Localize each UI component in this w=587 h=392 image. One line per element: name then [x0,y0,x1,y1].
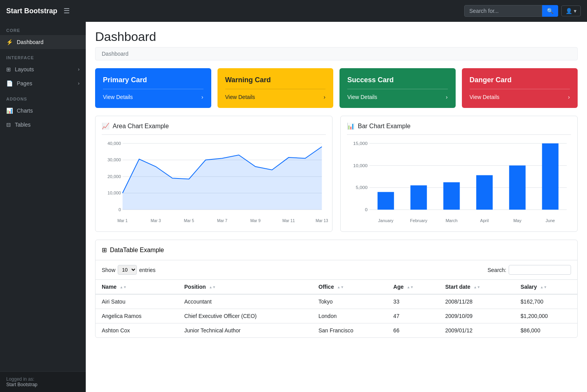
topnav-right: 🔍 👤 ▾ [464,5,581,17]
cell-salary: $1,200,000 [515,309,577,323]
cell-office: San Francisco [312,323,387,338]
table-row: Airi SatouAccountantTokyo332008/11/28$16… [95,294,577,309]
brand-name: Start Bootstrap [6,7,57,15]
sidebar-item-charts-label: Charts [17,108,33,114]
sort-icon-salary[interactable]: ▲▼ [540,286,547,289]
svg-text:Mar 13: Mar 13 [316,219,328,223]
entries-select[interactable]: 10 25 50 [118,265,137,275]
data-table: Name ▲▼ Position ▲▼ Office ▲▼ Age [95,279,577,337]
svg-text:March: March [446,219,458,223]
cards-row: Primary Card View Details › Warning Card… [86,68,587,116]
card-danger-title: Danger Card [470,76,570,84]
page-title: Dashboard [95,30,578,44]
cell-start: 2009/10/09 [439,309,514,323]
svg-text:Mar 7: Mar 7 [217,219,228,223]
sidebar-item-dashboard[interactable]: ⚡ Dashboard [0,35,86,49]
page-header: Dashboard [86,22,587,47]
cell-position: Accountant [178,294,312,309]
card-success-title: Success Card [347,76,448,84]
svg-text:20,000: 20,000 [108,174,121,179]
sidebar-section-interface-label: INTERFACE [0,49,86,62]
svg-rect-29 [443,182,460,210]
cell-age: 66 [387,323,439,338]
layouts-icon: ⊞ [6,66,11,72]
chevron-right-icon: › [78,67,80,72]
table-body: Airi SatouAccountantTokyo332008/11/28$16… [95,294,577,337]
cell-name: Airi Satou [95,294,178,309]
card-primary-link[interactable]: View Details › [103,94,203,100]
cell-position: Chief Executive Officer (CEO) [178,309,312,323]
charts-icon: 📊 [6,108,13,114]
svg-text:February: February [410,219,428,223]
sidebar-item-layouts[interactable]: ⊞ Layouts › [0,62,86,76]
bar-chart-icon: 📊 [347,122,355,130]
sort-icon-name[interactable]: ▲▼ [120,286,127,289]
svg-text:Mar 9: Mar 9 [250,219,261,223]
table-header-row: Name ▲▼ Position ▲▼ Office ▲▼ Age [95,280,577,295]
show-entries: Show 10 25 50 entries [102,265,156,275]
card-success-link[interactable]: View Details › [347,94,448,100]
topnav: Start Bootstrap ☰ 🔍 👤 ▾ [0,0,587,22]
sidebar-item-charts[interactable]: 📊 Charts [0,104,86,118]
cell-position: Junior Technical Author [178,323,312,338]
cell-start: 2009/01/12 [439,323,514,338]
card-warning: Warning Card View Details › [217,68,334,108]
table-search-input[interactable] [509,265,571,275]
breadcrumb: Dashboard [95,47,578,60]
sidebar-item-dashboard-label: Dashboard [17,39,44,45]
card-success: Success Card View Details › [339,68,456,108]
area-chart-card: 📈 Area Chart Example 010,00020,00030,000… [95,116,332,232]
cell-age: 33 [387,294,439,309]
cell-name: Ashton Cox [95,323,178,338]
svg-text:Mar 11: Mar 11 [283,219,295,223]
sort-icon-position[interactable]: ▲▼ [209,286,216,289]
cell-salary: $86,000 [515,323,577,338]
svg-text:April: April [480,219,489,223]
cell-office: Tokyo [312,294,387,309]
topnav-left: Start Bootstrap ☰ [6,7,70,15]
arrow-right-icon: › [202,94,203,100]
bar-chart-card: 📊 Bar Chart Example 05,00010,00015,000Ja… [340,116,578,232]
dashboard-icon: ⚡ [6,39,13,45]
arrow-right-icon-danger: › [568,94,570,100]
sidebar-item-tables-label: Tables [15,122,30,128]
card-primary-title: Primary Card [103,76,203,84]
sidebar-section-addons: ADDONS 📊 Charts ⊟ Tables [0,90,86,132]
user-icon: 👤 [566,8,572,14]
col-office: Office ▲▼ [312,280,387,295]
svg-text:5,000: 5,000 [356,185,368,190]
charts-row: 📈 Area Chart Example 010,00020,00030,000… [86,116,587,240]
bar-chart-title: 📊 Bar Chart Example [347,122,571,135]
search-input[interactable] [464,5,542,17]
card-danger-link[interactable]: View Details › [470,94,570,100]
col-name: Name ▲▼ [95,280,178,295]
search-button[interactable]: 🔍 [542,5,558,17]
user-chevron-icon: ▾ [574,8,576,14]
svg-text:January: January [378,219,394,223]
sort-icon-start[interactable]: ▲▼ [474,286,481,289]
sort-icon-age[interactable]: ▲▼ [407,286,414,289]
card-warning-link[interactable]: View Details › [225,94,326,100]
datatable-card: ⊞ DataTable Example Show 10 25 50 entrie… [95,240,578,338]
search-wrapper: 🔍 [464,5,558,17]
table-row: Ashton CoxJunior Technical AuthorSan Fra… [95,323,577,338]
col-start-date: Start date ▲▼ [439,280,514,295]
card-warning-title: Warning Card [225,76,326,84]
sidebar: CORE ⚡ Dashboard INTERFACE ⊞ Layouts › 📄… [0,22,86,392]
user-menu-button[interactable]: 👤 ▾ [561,5,581,16]
sidebar-item-pages-label: Pages [17,80,32,87]
sort-icon-office[interactable]: ▲▼ [337,286,344,289]
arrow-right-icon-success: › [446,94,448,100]
svg-text:Mar 5: Mar 5 [184,219,194,223]
cell-start: 2008/11/28 [439,294,514,309]
sidebar-item-pages[interactable]: 📄 Pages › [0,76,86,90]
card-primary: Primary Card View Details › [95,68,211,108]
svg-rect-27 [410,185,427,210]
sidebar-item-tables[interactable]: ⊟ Tables [0,118,86,132]
sidebar-section-core-label: CORE [0,22,86,35]
sidebar-item-layouts-label: Layouts [15,66,34,72]
logged-in-username: Start Bootstrap [6,382,80,387]
hamburger-icon[interactable]: ☰ [64,7,70,15]
area-chart-title: 📈 Area Chart Example [102,122,326,135]
svg-text:15,000: 15,000 [353,141,368,146]
